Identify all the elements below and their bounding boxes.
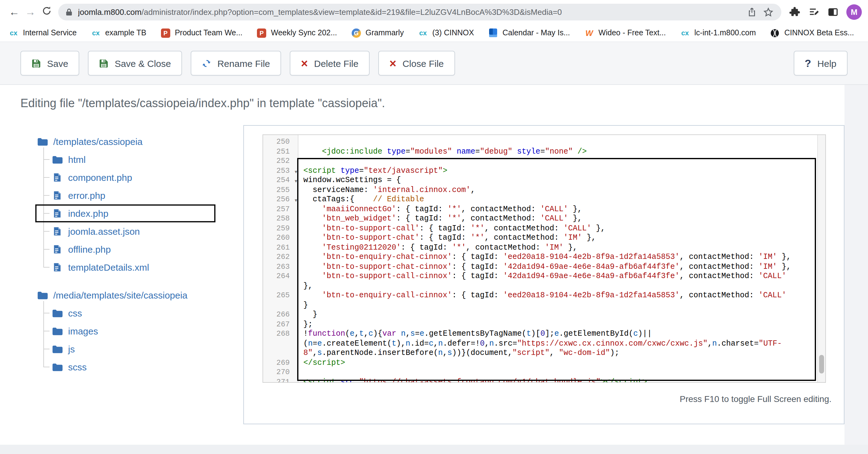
- tree-item-images[interactable]: images: [52, 322, 188, 340]
- line-number: 255: [263, 185, 298, 195]
- x-icon: ×: [390, 57, 396, 69]
- tree-item-js[interactable]: js: [52, 340, 188, 358]
- code-lines: 250251 <jdoc:include type="modules" name…: [263, 138, 818, 383]
- tree-label: templateDetails.xml: [68, 262, 149, 273]
- share-icon: [747, 7, 756, 17]
- bookmark-item[interactable]: cxexample TB: [91, 28, 147, 38]
- fold-arrow-icon[interactable]: ▾: [295, 167, 297, 177]
- file-icon: [53, 227, 61, 236]
- tree-label: js: [68, 344, 75, 354]
- globe-favicon-icon: [771, 28, 780, 37]
- profile-avatar[interactable]: M: [846, 4, 862, 20]
- code-line: 254▾window.wcSettings = {: [263, 176, 818, 185]
- line-number: [263, 301, 298, 310]
- bookmark-item[interactable]: cxInternal Service: [9, 28, 77, 38]
- fold-arrow-icon[interactable]: ▾: [295, 177, 297, 186]
- close-file-button[interactable]: ×Close File: [378, 51, 455, 75]
- refresh-icon: [202, 59, 211, 68]
- back-button[interactable]: ←: [6, 4, 22, 20]
- line-number: [263, 281, 298, 291]
- line-number: [263, 349, 298, 358]
- code-line: 268!function(e,t,c){var n,s=e.getElement…: [263, 330, 818, 339]
- forward-button[interactable]: →: [22, 4, 38, 20]
- code-line: 259 'btn-to-support-call': { tagId: '*',…: [263, 224, 818, 234]
- file-icon: [53, 191, 61, 200]
- tree-label: images: [68, 326, 98, 336]
- code-text: 'Testing02112020': { tagId: '*', contact…: [298, 243, 577, 253]
- folder-icon: [52, 363, 62, 371]
- address-bar[interactable]: joomla.m800.com/administrator/index.php?…: [58, 4, 781, 21]
- code-text: 'btn-to-support-chat': { tagId: '*', con…: [298, 234, 596, 243]
- tree-root-folder[interactable]: /media/templates/site/cassiopeia: [36, 286, 188, 304]
- bookmark-item[interactable]: PWeekly Sync 202...: [257, 28, 337, 38]
- bookmark-item[interactable]: cx(3) CINNOX: [418, 28, 474, 38]
- bookmark-item[interactable]: PProduct Team We...: [161, 28, 243, 38]
- tree-item-error-php[interactable]: error.php: [52, 186, 188, 204]
- bookmarks-bar: cxInternal Servicecxexample TBPProduct T…: [0, 24, 868, 41]
- tree-label: scss: [68, 362, 87, 372]
- tree-item-joomla-asset-json[interactable]: joomla.asset.json: [52, 222, 188, 240]
- bookmark-item[interactable]: cxlc-int-1.m800.com: [680, 28, 756, 38]
- line-number: 256▾: [263, 195, 298, 205]
- code-text: 'btn-to-support-call': { tagId: '*', con…: [298, 224, 605, 234]
- cx-favicon-icon: cx: [419, 29, 427, 36]
- save-close-button[interactable]: Save & Close: [88, 51, 182, 75]
- save-button[interactable]: Save: [21, 51, 79, 75]
- tree-item-templatedetails-xml[interactable]: templateDetails.xml: [52, 258, 188, 276]
- bookmark-star-button[interactable]: [763, 6, 774, 18]
- code-text: 'maaiiConnectGo': { tagId: '*', contactM…: [298, 205, 582, 214]
- code-line: 256▾ ctaTags:{ // Editable: [263, 195, 818, 205]
- code-text: [298, 138, 303, 147]
- line-number: 262: [263, 253, 298, 262]
- tree-label: error.php: [68, 190, 105, 201]
- folder-icon: [52, 309, 62, 317]
- line-number: 270: [263, 368, 298, 377]
- line-number: 258: [263, 214, 298, 224]
- fold-arrow-icon[interactable]: ▾: [295, 196, 297, 205]
- editor-scrollbar-thumb[interactable]: [819, 355, 824, 373]
- tree-label: css: [68, 308, 82, 319]
- code-line: 257 'maaiiConnectGo': { tagId: '*', cont…: [263, 205, 818, 214]
- line-number: 263: [263, 262, 298, 272]
- code-line: 263 'btn-to-support-chat-cinnox': { tagI…: [263, 262, 818, 272]
- share-button[interactable]: [746, 6, 757, 18]
- code-text: <jdoc:include type="modules" name="debug…: [298, 147, 587, 157]
- tree-item-css[interactable]: css: [52, 304, 188, 322]
- tree-item-html[interactable]: html: [52, 151, 188, 169]
- reload-button[interactable]: [38, 4, 55, 20]
- tree-item-offline-php[interactable]: offline.php: [52, 240, 188, 258]
- code-line: 255 serviceName: 'internal.cinnox.com',: [263, 185, 818, 195]
- code-text: <script type="text/javascript">: [298, 166, 447, 176]
- side-panel-button[interactable]: [827, 6, 838, 18]
- browser-toolbar: ← → joomla.m800.com/administrator/index.…: [0, 0, 868, 24]
- code-text: </script>: [298, 358, 345, 368]
- line-number: 266: [263, 310, 298, 320]
- bookmark-item[interactable]: Calendar - May Is...: [488, 28, 570, 38]
- code-text: 'btn-to-support-chat-cinnox': { tagId: '…: [298, 262, 791, 272]
- url-text: joomla.m800.com/administrator/index.php?…: [78, 7, 741, 17]
- help-button[interactable]: ? Help: [794, 51, 848, 75]
- delete-file-button[interactable]: ×Delete File: [290, 51, 370, 75]
- code-text: ctaTags:{ // Editable: [298, 195, 424, 205]
- line-number: 260: [263, 234, 298, 243]
- bookmark-item[interactable]: GGrammarly: [351, 28, 404, 38]
- editor-scrollbar: [817, 135, 825, 382]
- tree-label: offline.php: [68, 244, 111, 254]
- tree-item-component-php[interactable]: component.php: [52, 169, 188, 186]
- code-text: 'btn_web_widget': { tagId: '*', contactM…: [298, 214, 582, 224]
- code-text: }: [298, 301, 308, 310]
- tree-root-folder[interactable]: /templates/cassiopeia: [36, 132, 188, 151]
- button-label: Save: [47, 58, 68, 68]
- help-button-label: Help: [817, 58, 836, 68]
- code-editor[interactable]: 250251 <jdoc:include type="modules" name…: [262, 134, 826, 383]
- extensions-button[interactable]: [789, 6, 800, 18]
- tree-item-scss[interactable]: scss: [52, 358, 188, 376]
- bookmark-item[interactable]: CINNOX Beta Ess...: [770, 28, 854, 38]
- code-line: 261 'Testing02112020': { tagId: '*', con…: [263, 243, 818, 253]
- rename-file-button[interactable]: Rename File: [191, 51, 281, 75]
- bookmark-item[interactable]: WWideo - Free Text...: [584, 28, 666, 38]
- notes-extension-button[interactable]: [808, 6, 819, 18]
- source-editor-container: 250251 <jdoc:include type="modules" name…: [243, 125, 844, 424]
- grammarly-favicon-icon: G: [352, 28, 361, 37]
- tree-item-index-php[interactable]: index.php: [52, 204, 188, 222]
